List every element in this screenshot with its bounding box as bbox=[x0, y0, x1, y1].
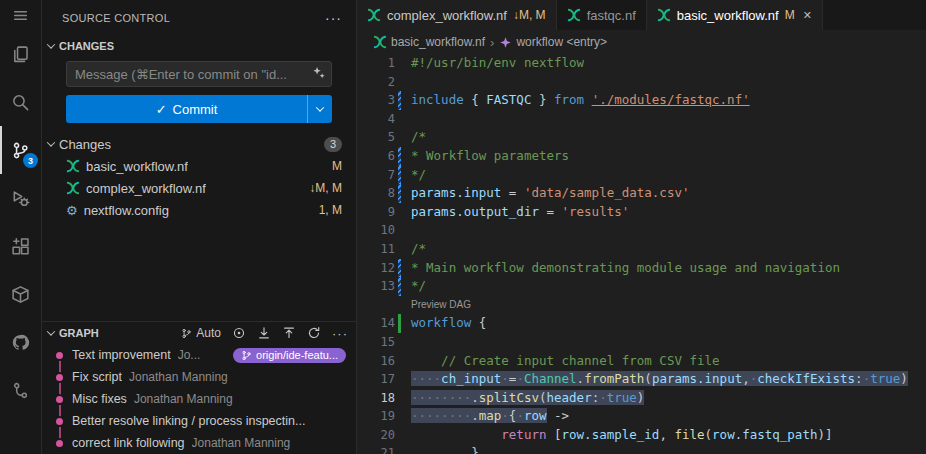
commit-row[interactable]: Fix scriptJonathan Manning bbox=[42, 366, 356, 388]
git-gutter bbox=[395, 407, 407, 426]
tab-fastqc.nf[interactable]: fastqc.nf bbox=[557, 0, 647, 30]
code-text: /* bbox=[407, 240, 426, 259]
changes-tree-label: Changes bbox=[59, 137, 111, 152]
code-line-11[interactable]: 11/* bbox=[357, 240, 926, 259]
target-button[interactable] bbox=[232, 326, 246, 340]
code-line-13[interactable]: 13*/ bbox=[357, 277, 926, 296]
graph-section-header[interactable]: GRAPH Auto ··· bbox=[42, 322, 356, 344]
git-gutter bbox=[395, 73, 407, 92]
code-line-19[interactable]: 19········.map·{·row -> bbox=[357, 407, 926, 426]
commit-row[interactable]: Text improvementJo...origin/ide-featu... bbox=[42, 344, 356, 366]
changes-tree-root[interactable]: Changes 3 bbox=[42, 133, 356, 155]
changes-section-label: CHANGES bbox=[59, 40, 114, 52]
activity-item-github[interactable] bbox=[0, 318, 41, 366]
file-row-complex_workflow.nf[interactable]: complex_workflow.nf↓M, M bbox=[42, 177, 356, 199]
code-text: params.input = 'data/sample_data.csv' bbox=[407, 184, 689, 203]
code-line-8[interactable]: 8params.input = 'data/sample_data.csv' bbox=[357, 184, 926, 203]
fetch-button[interactable] bbox=[257, 326, 271, 340]
commit-row[interactable]: Misc fixesJonathan Manning bbox=[42, 388, 356, 410]
git-status-badge: ↓M, M bbox=[309, 181, 342, 195]
code-line-15[interactable]: 15 bbox=[357, 333, 926, 352]
code-text: return [row.sample_id, file(row.fastq_pa… bbox=[407, 426, 833, 445]
code-line-3[interactable]: 3include { FASTQC } from './modules/fast… bbox=[357, 91, 926, 110]
activity-item-explorer[interactable] bbox=[0, 30, 41, 78]
activity-item-menu[interactable] bbox=[0, 0, 41, 30]
codelens-preview-dag[interactable]: Preview DAG bbox=[407, 296, 471, 315]
editor[interactable]: 1#!/usr/bin/env nextflow23include { FAST… bbox=[357, 54, 926, 454]
sidebar-more-actions[interactable]: ··· bbox=[325, 10, 342, 26]
code-line-9[interactable]: 9params.output_dir = 'results' bbox=[357, 203, 926, 222]
commit-row[interactable]: correct link followingJonathan Manning bbox=[42, 432, 356, 454]
commit-graph-list: Text improvementJo...origin/ide-featu...… bbox=[42, 344, 356, 454]
nextflow-icon bbox=[373, 35, 387, 49]
check-icon: ✓ bbox=[156, 102, 167, 117]
push-button[interactable] bbox=[282, 326, 296, 340]
file-row-nextflow.config[interactable]: ⚙nextflow.config1, M bbox=[42, 199, 356, 221]
commit-title: Text improvement bbox=[72, 348, 171, 362]
breadcrumb-symbol[interactable]: workflow <entry> bbox=[499, 35, 607, 49]
code-line-17[interactable]: 17····ch_input·=·Channel.fromPath(params… bbox=[357, 370, 926, 389]
code-text: * Workflow parameters bbox=[407, 147, 569, 166]
code-text bbox=[407, 73, 411, 92]
activity-item-package[interactable] bbox=[0, 270, 41, 318]
line-number: 2 bbox=[357, 73, 395, 92]
commit-message-input[interactable] bbox=[66, 61, 332, 87]
code-line-6[interactable]: 6* Workflow parameters bbox=[357, 147, 926, 166]
editor-code: 1#!/usr/bin/env nextflow23include { FAST… bbox=[357, 54, 926, 454]
line-number: 7 bbox=[357, 166, 395, 185]
breadcrumb-file[interactable]: basic_workflow.nf bbox=[373, 35, 485, 49]
commit-button[interactable]: ✓ Commit bbox=[66, 95, 332, 123]
code-line-5[interactable]: 5/* bbox=[357, 128, 926, 147]
git-status-badge: 1, M bbox=[319, 203, 342, 217]
code-line-18[interactable]: 18········.splitCsv(header:·true) bbox=[357, 389, 926, 408]
file-name: basic_workflow.nf bbox=[86, 159, 188, 174]
activity-item-source-control[interactable]: 3 bbox=[0, 126, 41, 174]
git-gutter bbox=[395, 110, 407, 129]
target-icon bbox=[232, 326, 246, 340]
git-gutter-added-bar bbox=[398, 314, 401, 333]
code-text: workflow { bbox=[407, 314, 486, 333]
git-gutter bbox=[395, 166, 407, 185]
tab-bar: complex_workflow.nf↓M, Mfastqc.nfbasic_w… bbox=[357, 0, 926, 30]
code-text: * Main workflow demonstrating module usa… bbox=[407, 259, 840, 278]
code-line-2[interactable]: 2 bbox=[357, 73, 926, 92]
git-gutter bbox=[395, 389, 407, 408]
line-number: 17 bbox=[357, 370, 395, 389]
file-name: complex_workflow.nf bbox=[86, 181, 206, 196]
activity-item-run-debug[interactable] bbox=[0, 174, 41, 222]
graph-auto-button[interactable]: Auto bbox=[181, 326, 221, 340]
git-gutter-modified-bar bbox=[398, 184, 401, 203]
code-line-1[interactable]: 1#!/usr/bin/env nextflow bbox=[357, 54, 926, 73]
branch-icon bbox=[241, 350, 252, 361]
refresh-button[interactable] bbox=[307, 326, 321, 340]
commit-dot-icon bbox=[56, 440, 63, 447]
code-line-16[interactable]: 16 // Create input channel from CSV file bbox=[357, 352, 926, 371]
commit-row[interactable]: Better resolve linking / process inspect… bbox=[42, 410, 356, 432]
code-line-20[interactable]: 20 return [row.sample_id, file(row.fastq… bbox=[357, 426, 926, 445]
code-line-10[interactable]: 10 bbox=[357, 221, 926, 240]
graph-more-actions[interactable]: ··· bbox=[332, 326, 348, 341]
activity-item-git-graph[interactable] bbox=[0, 366, 41, 414]
chevron-down-icon bbox=[47, 327, 55, 335]
sparkle-icon[interactable] bbox=[312, 66, 326, 80]
code-line-14[interactable]: 14workflow { bbox=[357, 314, 926, 333]
code-line-12[interactable]: 12* Main workflow demonstrating module u… bbox=[357, 259, 926, 278]
line-number: 5 bbox=[357, 128, 395, 147]
changes-section-header[interactable]: CHANGES bbox=[42, 35, 356, 57]
code-text: #!/usr/bin/env nextflow bbox=[407, 54, 584, 73]
package-icon bbox=[11, 285, 30, 304]
tab-complex_workflow.nf[interactable]: complex_workflow.nf↓M, M bbox=[357, 0, 557, 30]
branch-ref-pill[interactable]: origin/ide-featu... bbox=[233, 348, 346, 363]
source-control-sidebar: SOURCE CONTROL ··· CHANGES ✓ Commit Chan… bbox=[42, 0, 357, 454]
activity-item-search[interactable] bbox=[0, 78, 41, 126]
code-line-4[interactable]: 4 bbox=[357, 110, 926, 129]
close-icon[interactable]: ✕ bbox=[803, 9, 812, 22]
code-line-21[interactable]: 21 } bbox=[357, 444, 926, 454]
code-line-7[interactable]: 7*/ bbox=[357, 166, 926, 185]
file-row-basic_workflow.nf[interactable]: basic_workflow.nfM bbox=[42, 155, 356, 177]
line-number: 3 bbox=[357, 91, 395, 110]
commit-dropdown-button[interactable] bbox=[308, 95, 332, 123]
activity-item-extensions[interactable] bbox=[0, 222, 41, 270]
tab-basic_workflow.nf[interactable]: basic_workflow.nfM✕ bbox=[647, 0, 823, 30]
git-gutter bbox=[395, 259, 407, 278]
